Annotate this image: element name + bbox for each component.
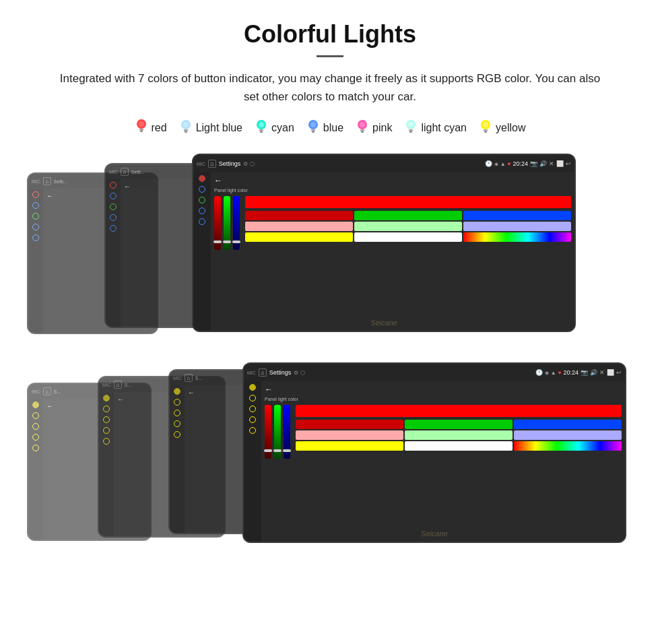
blue-slider-b4[interactable] (284, 405, 290, 459)
settings-icons-b4: ⚙ ⬡ (294, 370, 304, 376)
svg-point-1 (139, 121, 144, 127)
color-label-yellow: yellow (496, 122, 525, 134)
swatch-green[interactable] (354, 211, 462, 220)
sidebar-dot-b3-3 (174, 410, 180, 416)
swatches-row-2 (245, 222, 571, 231)
swatch-lightgreen-b4[interactable] (405, 430, 513, 440)
color-item-lightblue: Light blue (179, 119, 242, 137)
swatch-rainbow-b4[interactable] (514, 441, 622, 451)
settings-label-3: Settings (219, 160, 241, 167)
swatch-white[interactable] (354, 232, 462, 242)
rgb-sliders-b4 (265, 405, 290, 459)
color-swatches-grid (245, 196, 571, 327)
selected-color-bar[interactable] (245, 196, 571, 208)
blue-slider-handle-b4[interactable] (283, 449, 291, 452)
svg-rect-22 (409, 129, 413, 131)
sidebar-dot-home-3 (199, 186, 205, 193)
sidebar-dot-mute-3 (199, 218, 205, 225)
device-card-3-main: MIC ⌂ Settings ⚙ ⬡ 🕐 ◈ ▲ ♥ 20:24 📷 (192, 154, 576, 332)
swatch-white-b4[interactable] (405, 441, 513, 451)
swatch-lightgreen[interactable] (354, 222, 462, 231)
swatches-row-b4-1 (296, 420, 622, 429)
panel-content (214, 196, 571, 327)
bulb-icon-lightcyan (404, 119, 418, 137)
svg-rect-15 (312, 131, 315, 133)
svg-rect-10 (259, 129, 263, 131)
swatch-blue[interactable] (463, 211, 571, 220)
settings-label-b3: S... (195, 376, 203, 381)
home-icon-1: ⌂ (43, 177, 51, 185)
panel-light-label: Panel light color (214, 188, 571, 193)
green-slider-handle[interactable] (223, 240, 231, 243)
time-display-b4: 20:24 (563, 369, 579, 376)
swatch-green-b4[interactable] (405, 420, 513, 429)
red-slider-handle-b4[interactable] (264, 449, 272, 452)
selected-color-bar-b4[interactable] (296, 405, 622, 417)
topbar-left-2: MIC ⌂ Setti... (109, 168, 145, 176)
red-slider[interactable] (214, 196, 221, 250)
svg-rect-23 (409, 131, 412, 133)
svg-point-17 (360, 122, 365, 127)
title-divider (317, 55, 343, 57)
swatch-lavender[interactable] (463, 222, 571, 231)
panel-content-b4 (265, 405, 622, 538)
bulb-icon-blue (306, 119, 320, 137)
red-slider-handle[interactable] (213, 240, 222, 243)
swatch-pink[interactable] (245, 222, 353, 231)
green-slider-handle-b4[interactable] (273, 449, 282, 452)
svg-point-13 (310, 122, 316, 127)
sidebar-dot-b2-2 (103, 406, 110, 412)
sidebar-dot-b4-2 (249, 395, 256, 401)
color-item-lightcyan: light cyan (404, 119, 467, 137)
settings-label-b4: Settings (269, 369, 292, 376)
svg-rect-26 (484, 129, 488, 131)
sidebar-dot-b2-1 (103, 395, 110, 401)
swatch-yellow-b4[interactable] (296, 441, 403, 451)
home-icon-3: ⌂ (208, 160, 216, 168)
alarm-icon-b4: 🕐 (535, 369, 543, 376)
settings-label-1: Setti... (54, 179, 67, 184)
settings-label-b2: S... (125, 383, 132, 387)
rgb-sliders (214, 196, 240, 250)
home-symbol-b2: ⌂ (116, 382, 119, 388)
sidebar-dot-mute-1 (32, 234, 39, 241)
mic-label-2: MIC (109, 170, 118, 174)
bulb-icon-red (135, 118, 148, 137)
blue-slider[interactable] (233, 196, 240, 250)
home-symbol-2: ⌂ (123, 169, 126, 175)
home-symbol-b4: ⌂ (261, 369, 264, 376)
device-topbar-3: MIC ⌂ Settings ⚙ ⬡ 🕐 ◈ ▲ ♥ 20:24 📷 (193, 155, 574, 172)
swatch-blue-b4[interactable] (514, 420, 622, 429)
color-item-yellow: yellow (479, 119, 525, 137)
svg-rect-2 (139, 129, 143, 131)
color-label-blue: blue (323, 122, 343, 134)
swatch-yellow[interactable] (245, 232, 353, 242)
svg-rect-11 (260, 131, 263, 133)
back-button-3[interactable]: ← (214, 176, 571, 185)
back-button-b4[interactable]: ← (265, 385, 622, 394)
swatch-pink-b4[interactable] (296, 430, 403, 440)
home-symbol-1: ⌂ (45, 179, 48, 185)
topbar-left-b4: MIC ⌂ Settings ⚙ ⬡ (247, 368, 305, 377)
sidebar-dot-b4-5 (249, 427, 256, 434)
device-sidebar-b3 (170, 385, 185, 533)
green-slider-b4[interactable] (274, 405, 281, 459)
watermark-top: Seicane (370, 319, 397, 327)
sidebar-dot-b2-4 (103, 427, 110, 434)
swatches-row-b4-2 (296, 430, 622, 440)
swatch-red[interactable] (245, 211, 353, 220)
mic-label-b2: MIC (102, 383, 111, 387)
time-display: 20:24 (513, 160, 528, 167)
device-sidebar-b2 (99, 392, 114, 536)
red-slider-b4[interactable] (265, 405, 271, 459)
sidebar-dot-vol-1 (32, 224, 39, 230)
swatch-lavender-b4[interactable] (514, 430, 622, 440)
green-slider[interactable] (224, 196, 230, 250)
device-card-b4-main: MIC ⌂ Settings ⚙ ⬡ 🕐 ◈ ▲ ♥ 20:24 📷 (242, 362, 626, 543)
blue-slider-handle[interactable] (232, 240, 240, 243)
swatch-red-b4[interactable] (296, 420, 403, 429)
alarm-icon: 🕐 (485, 160, 492, 167)
window-icon: ⬜ (556, 160, 564, 167)
svg-rect-3 (140, 131, 143, 132)
swatch-rainbow[interactable] (463, 232, 571, 242)
